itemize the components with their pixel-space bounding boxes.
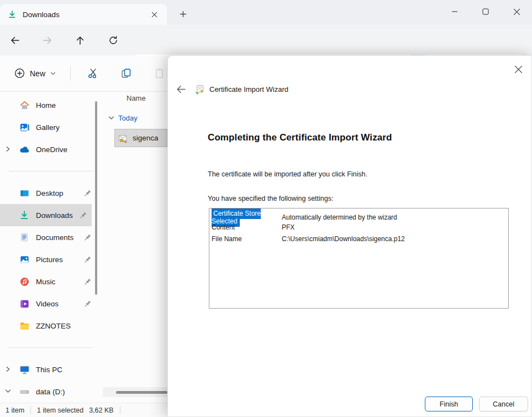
window-controls [439,0,532,23]
videos-icon [19,298,30,309]
sidebar-item-onedrive[interactable]: OneDrive [0,138,102,160]
pictures-icon [19,254,30,265]
file-row-sigenca[interactable]: sigenca [114,129,167,147]
onedrive-icon [19,144,30,155]
pin-icon [84,233,92,241]
chevron-right-icon[interactable] [5,366,11,372]
file-explorer-window: Downloads [0,0,532,417]
group-label[interactable]: Today [118,114,138,122]
pin-icon [84,278,92,285]
new-button[interactable]: New [8,64,62,83]
circle-plus-icon [14,68,25,79]
sidebar: Home Gallery OneDrive Desktop [0,94,102,403]
sidebar-divider [9,171,93,171]
cancel-button[interactable]: Cancel [479,397,528,411]
sidebar-item-zznotes[interactable]: ZZNOTES [0,315,102,337]
folder-icon [19,320,30,331]
pin-icon [84,300,92,307]
chevron-down-icon[interactable] [108,115,114,121]
refresh-button[interactable] [106,33,121,48]
sidebar-item-label: ZZNOTES [36,322,71,330]
forward-button[interactable] [40,33,55,48]
document-icon [19,232,30,243]
chevron-right-icon[interactable] [5,146,11,152]
dialog-back-icon[interactable] [173,82,188,96]
sidebar-item-this-pc[interactable]: This PC [0,358,102,380]
settings-row[interactable]: Content PFX [210,221,508,233]
drive-icon [19,386,30,397]
sidebar-item-label: Desktop [36,189,64,197]
setting-name[interactable]: File Name [210,235,280,243]
home-icon [19,100,30,111]
music-icon [19,276,30,287]
sidebar-item-label: Documents [36,233,73,242]
chevron-down-icon [50,71,56,76]
settings-row[interactable]: Certificate Store Selected Automatically… [210,210,508,221]
sidebar-item-documents[interactable]: Documents [0,226,102,248]
new-tab-button[interactable] [176,7,190,21]
dialog-close-icon[interactable] [512,62,525,76]
sidebar-item-label: Videos [36,300,59,308]
maximize-button[interactable] [470,0,501,23]
setting-value[interactable]: PFX [280,223,508,231]
cut-button[interactable] [81,63,105,84]
back-button[interactable] [7,33,23,48]
up-button[interactable] [72,33,88,48]
navigation-bar: Downloads [0,25,532,55]
setting-name[interactable]: Content [210,223,280,231]
gallery-icon [19,122,30,133]
setting-value[interactable]: C:\Users\cmiadm\Downloads\sigenca.p12 [280,235,508,243]
status-divider [120,406,120,414]
tab-downloads[interactable]: Downloads [0,4,167,25]
certificate-import-wizard-dialog: Certificate Import Wizard Completing the… [167,55,532,417]
pin-icon [84,189,92,197]
minimize-button[interactable] [439,0,470,23]
group-header-today[interactable]: Today [108,114,138,122]
sidebar-item-downloads[interactable]: Downloads [0,204,92,226]
dialog-title: Certificate Import Wizard [209,85,288,93]
sidebar-item-label: data (D:) [36,388,65,396]
certificate-file-icon [118,133,129,143]
sidebar-item-desktop[interactable]: Desktop [0,182,102,204]
status-selection: 1 item selected [37,406,83,414]
sidebar-item-videos[interactable]: Videos [0,293,102,315]
sidebar-item-label: Music [36,278,55,286]
file-list: Name Today sigenca [103,94,167,403]
wizard-settings-caption: You have specified the following setting… [208,195,333,202]
status-selection-size: 3,62 KB [89,406,113,414]
sidebar-item-data-drive[interactable]: data (D:) [0,380,102,403]
sidebar-item-gallery[interactable]: Gallery [0,116,102,138]
sidebar-item-label: Home [36,101,56,110]
pin-icon [80,211,87,219]
sidebar-item-label: This PC [36,366,62,374]
tab-close-icon[interactable] [147,7,161,22]
horizontal-scrollbar-thumb[interactable] [116,391,167,394]
toolbar-separator [70,66,71,81]
sidebar-scrollbar[interactable] [95,101,97,295]
copy-button[interactable] [114,63,138,84]
sidebar-item-label: Gallery [36,123,60,132]
dialog-header: Certificate Import Wizard [173,82,288,96]
download-icon [19,210,30,221]
sidebar-item-pictures[interactable]: Pictures [0,248,102,270]
status-divider [30,406,31,414]
settings-listview[interactable]: Certificate Store Selected Automatically… [209,208,509,309]
wizard-heading: Completing the Certificate Import Wizard [208,132,392,143]
certificate-wizard-icon [194,84,205,95]
wizard-instruction: The certificate will be imported after y… [208,170,367,178]
pin-icon [84,256,92,263]
sidebar-item-label: OneDrive [36,145,67,154]
status-item-count: 1 item [6,406,24,414]
setting-value[interactable]: Automatically determined by the wizard [280,213,508,221]
horizontal-scrollbar[interactable] [103,387,167,397]
sidebar-item-home[interactable]: Home [0,94,102,116]
window-close-button[interactable] [501,0,532,23]
download-icon [8,10,17,19]
sidebar-item-label: Downloads [36,211,73,220]
sidebar-item-music[interactable]: Music [0,270,102,293]
finish-button[interactable]: Finish [425,397,473,411]
column-header-name[interactable]: Name [127,94,146,102]
file-name[interactable]: sigenca [133,134,159,142]
settings-row[interactable]: File Name C:\Users\cmiadm\Downloads\sige… [210,233,508,244]
chevron-down-icon[interactable] [5,388,11,394]
